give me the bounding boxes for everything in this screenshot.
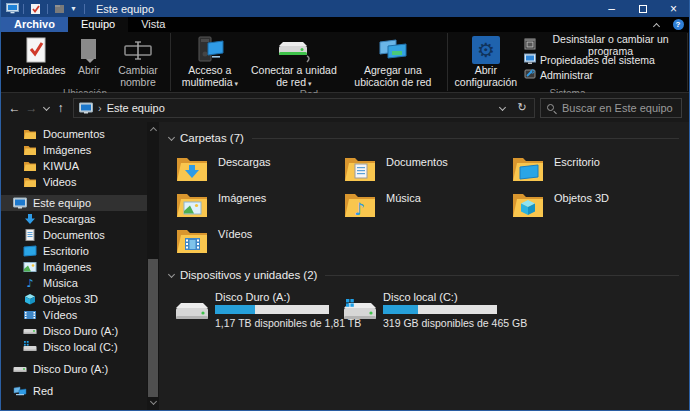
scrollbar-thumb[interactable] xyxy=(148,259,158,397)
forward-button[interactable]: → xyxy=(23,101,40,115)
maximize-button[interactable] xyxy=(627,0,658,17)
recent-locations-chevron[interactable] xyxy=(40,105,52,110)
cambiar-nombre-button[interactable]: Cambiar nombre xyxy=(109,33,167,88)
divider xyxy=(170,33,171,91)
folder-tile-im-genes[interactable]: Imágenes xyxy=(175,189,343,225)
folder-name: Objetos 3D xyxy=(554,192,609,204)
sidebar-item-objetos-3d[interactable]: Objetos 3D xyxy=(1,291,147,307)
folder-music-icon: ♪ xyxy=(343,189,377,221)
sidebar-item-red[interactable]: Red xyxy=(1,383,147,399)
drive-tile-disco-duro-a[interactable]: Disco Duro (A:)1,17 TB disponibles de 1,… xyxy=(175,291,343,329)
drive-free-space: 1,17 TB disponibles de 1,81 TB xyxy=(215,317,361,329)
drive-name: Disco Duro (A:) xyxy=(215,291,361,303)
ribbon-group-ubicacion: Propiedades Abrir Cambiar nombre Ubicaci… xyxy=(1,32,169,92)
folder-tile-descargas[interactable]: Descargas xyxy=(175,153,343,189)
folder-tile-escritorio[interactable]: Escritorio xyxy=(511,153,679,189)
sidebar-item-label: Objetos 3D xyxy=(43,293,98,305)
sidebar-item-v-deos[interactable]: Vídeos xyxy=(1,307,147,323)
location-pc-icon xyxy=(79,102,93,114)
tab-vista[interactable]: Vista xyxy=(128,17,178,32)
folder-tile-m-sica[interactable]: ♪Música xyxy=(343,189,511,225)
minimize-ribbon-button[interactable] xyxy=(646,17,667,32)
sidebar-scrollbar[interactable] xyxy=(147,122,159,410)
divider xyxy=(325,275,679,276)
abrir-configuracion-button[interactable]: ⚙ Abrir configuración xyxy=(451,33,521,88)
folder-icon xyxy=(23,160,37,172)
sidebar-item-este-equipo[interactable]: Este equipo xyxy=(1,195,147,211)
drive-usage-fill xyxy=(215,305,255,314)
administrar-button[interactable]: Administrar xyxy=(521,67,684,82)
svg-text:♪: ♪ xyxy=(354,199,365,219)
help-button[interactable]: ? xyxy=(667,17,689,32)
sidebar-item-im-genes[interactable]: Imágenes xyxy=(1,259,147,275)
drive-icon xyxy=(23,326,37,336)
abrir-button[interactable]: Abrir xyxy=(69,33,109,77)
sidebar-item-videos[interactable]: Videos xyxy=(1,174,147,190)
folder-tile-v-deos[interactable]: Vídeos xyxy=(175,225,343,261)
refresh-button[interactable]: ↻ xyxy=(512,101,532,114)
sidebar-item-label: Disco Duro (A:) xyxy=(33,363,108,375)
qat-new-folder-button[interactable] xyxy=(52,3,67,14)
scroll-up-icon[interactable] xyxy=(147,123,159,135)
tab-equipo[interactable]: Equipo xyxy=(68,17,128,32)
section-header-carpetas[interactable]: Carpetas (7) xyxy=(167,130,683,146)
rename-icon xyxy=(123,35,153,65)
collapse-chevron-icon xyxy=(168,270,175,277)
agregar-ubicacion-red-button[interactable]: Agregar una ubicación de red xyxy=(342,33,444,88)
search-box[interactable]: Buscar en Este equipo xyxy=(540,98,682,118)
section-header-dispositivos[interactable]: Dispositivos y unidades (2) xyxy=(167,267,683,283)
drive-free-space: 319 GB disponibles de 465 GB xyxy=(383,317,527,329)
folder-tile-documentos[interactable]: Documentos xyxy=(343,153,511,189)
address-dropdown-button[interactable] xyxy=(492,105,512,110)
up-button[interactable]: ↑ xyxy=(52,101,69,115)
qat-properties-button[interactable] xyxy=(28,3,43,15)
drive-tile-disco-local-c[interactable]: Disco local (C:)319 GB disponibles de 46… xyxy=(343,291,511,329)
folder-tile-objetos-3d[interactable]: Objetos 3D xyxy=(511,189,679,225)
collapse-chevron-icon xyxy=(168,133,175,140)
conectar-unidad-red-button[interactable]: Conectar a unidad de red▾ xyxy=(246,33,342,89)
sidebar-item-escritorio[interactable]: Escritorio xyxy=(1,243,147,259)
sidebar-item-disco-local-c[interactable]: Disco local (C:) xyxy=(1,339,147,355)
folder-name: Documentos xyxy=(386,156,448,168)
folder-name: Vídeos xyxy=(218,228,252,240)
desktop-icon xyxy=(23,245,37,257)
desinstalar-programa-button[interactable]: Desinstalar o cambiar un programa xyxy=(521,37,684,52)
sidebar-item-disco-duro-a[interactable]: Disco Duro (A:) xyxy=(1,323,147,339)
folder-name: Música xyxy=(386,192,421,204)
folder-videos-icon xyxy=(175,225,209,257)
propiedades-sistema-button[interactable]: Propiedades del sistema xyxy=(521,52,684,67)
sidebar-item-label: Disco local (C:) xyxy=(43,341,118,353)
folder-name: Imágenes xyxy=(218,192,266,204)
scroll-down-icon[interactable] xyxy=(147,397,159,409)
sidebar-item-label: Escritorio xyxy=(43,245,89,257)
chevron-down-icon xyxy=(42,104,49,111)
sidebar-item-im-genes[interactable]: Imágenes xyxy=(1,142,147,158)
close-button[interactable]: × xyxy=(658,0,689,17)
minimize-button[interactable]: – xyxy=(596,0,627,17)
sidebar-item-documentos[interactable]: Documentos xyxy=(1,126,147,142)
sidebar-item-disco-duro-a[interactable]: Disco Duro (A:) xyxy=(1,361,147,377)
divider xyxy=(447,33,448,91)
folder-documents-icon xyxy=(343,153,377,185)
drive-usage-bar xyxy=(215,305,329,314)
sidebar-item-descargas[interactable]: Descargas xyxy=(1,211,147,227)
sidebar-item-documentos[interactable]: Documentos xyxy=(1,227,147,243)
drive-win-icon xyxy=(23,341,37,353)
sidebar-item-label: Música xyxy=(43,277,78,289)
title-bar: ▼ Este equipo – × xyxy=(1,0,689,17)
qat-customize-dropdown[interactable]: ▼ xyxy=(67,5,80,12)
pc-icon xyxy=(13,197,27,209)
tab-archivo[interactable]: Archivo xyxy=(1,17,68,32)
propiedades-button[interactable]: Propiedades xyxy=(3,33,69,77)
acceso-multimedia-button[interactable]: Acceso a multimedia▾ xyxy=(174,33,246,89)
back-button[interactable]: ← xyxy=(6,101,23,115)
navigation-bar: ← → ↑ › Este equipo ↻ Buscar en Este equ… xyxy=(1,93,689,122)
address-bar[interactable]: › Este equipo ↻ xyxy=(73,98,535,118)
ribbon-group-red: Acceso a multimedia▾ Conectar a unidad d… xyxy=(172,32,446,92)
folder-desktop-icon xyxy=(511,153,545,185)
breadcrumb[interactable]: Este equipo xyxy=(107,102,165,114)
help-icon: ? xyxy=(673,19,684,30)
window-title: Este equipo xyxy=(96,3,154,15)
sidebar-item-m-sica[interactable]: ♪Música xyxy=(1,275,147,291)
sidebar-item-kiwua[interactable]: KIWUA xyxy=(1,158,147,174)
